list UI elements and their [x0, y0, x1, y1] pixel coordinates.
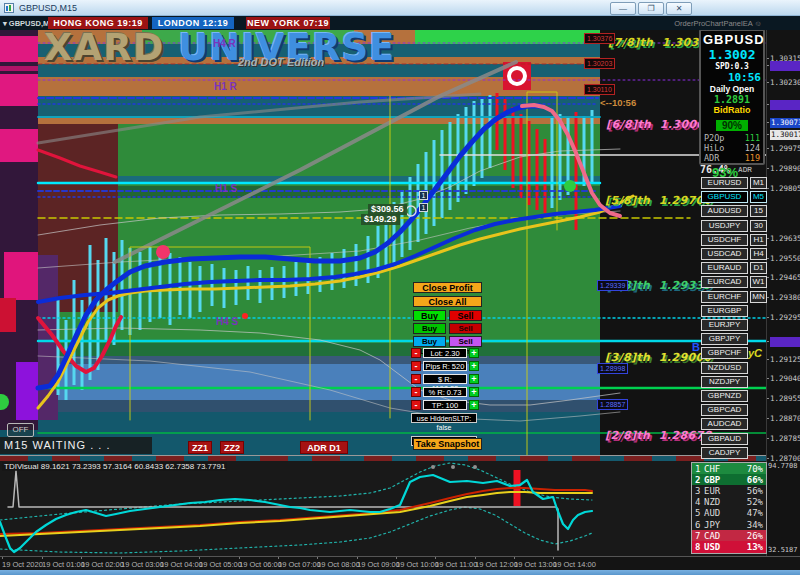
watchlist-symbol-button[interactable]: EURJPY	[701, 319, 748, 331]
watchlist-symbol-button[interactable]: AUDUSD	[701, 205, 748, 217]
price-axis-label	[770, 100, 800, 110]
strength-percent: 56%	[747, 486, 763, 496]
zz2-button[interactable]: ZZ2	[220, 441, 244, 454]
buy-stop-button[interactable]: Buy Stop	[413, 323, 446, 334]
time-axis-label: 19 Oct 07:00	[278, 560, 321, 569]
price-axis-label	[770, 61, 800, 71]
watchlist-symbol-button[interactable]: GBPAUD	[701, 433, 748, 445]
increment-button[interactable]: +	[469, 387, 479, 397]
strength-rank: 6	[695, 520, 704, 530]
adr-percent-value: 93%	[712, 165, 738, 180]
trade-toggle-button[interactable]: use HiddenSLTP: false	[411, 413, 477, 423]
info-stat-value: 111	[745, 133, 760, 143]
time-axis-label: 19 Oct 11:00	[435, 560, 477, 569]
trade-marker-badge: 1	[419, 191, 428, 200]
take-snapshot-button[interactable]: Take Snapshot	[413, 438, 482, 450]
trade-value-field[interactable]: $ R: 1198.22	[423, 374, 467, 384]
trade-value-field[interactable]: Lot: 2.30	[423, 348, 467, 358]
time-axis[interactable]: 19 Oct 202019 Oct 01:0019 Oct 02:0019 Oc…	[0, 556, 800, 570]
price-axis-label: 1.29890	[770, 164, 800, 174]
watchlist-symbol-button[interactable]: USDCAD	[701, 248, 748, 260]
price-axis-label: 1.30017	[770, 130, 800, 140]
indicator-separator[interactable]	[0, 455, 766, 461]
watchlist-timeframe-button[interactable]: H4	[750, 248, 767, 260]
info-stat-row: ADR119	[703, 153, 761, 163]
murrey-level-label: [6/8]th 1.30000	[606, 118, 713, 131]
sell-stop-button[interactable]: Sell Stop	[449, 323, 482, 334]
session-london: LONDON 12:19	[152, 17, 234, 29]
window-titlebar[interactable]: GBPUSD,M15 — ❐ ✕	[0, 0, 800, 16]
close-button[interactable]: ✕	[666, 2, 692, 15]
price-axis[interactable]: 1.303151.302301.300731.300171.299751.298…	[766, 28, 800, 556]
adr-d1-button[interactable]: ADR D1	[300, 441, 348, 454]
time-axis-label: 19 Oct 04:00	[160, 560, 203, 569]
watchlist-symbol-button[interactable]: EURAUD	[701, 262, 748, 274]
watchlist-timeframe-button[interactable]: 15	[750, 205, 767, 217]
info-stat-key: P2Op	[704, 133, 724, 143]
watchlist-symbol-button[interactable]: EURCHF	[701, 291, 748, 303]
watchlist-timeframe-button[interactable]: M5	[750, 191, 767, 203]
buy-limit-button[interactable]: Buy Limit	[413, 336, 446, 347]
info-symbol: GBPUSD	[703, 32, 761, 47]
increment-button[interactable]: +	[469, 400, 479, 410]
close-profit-button[interactable]: Close Profit	[413, 282, 482, 293]
adr-percent-sup: ADR	[738, 166, 752, 173]
price-axis-label: 1.29805	[770, 184, 800, 194]
decrement-button[interactable]: -	[411, 387, 421, 397]
watchlist-timeframe-button[interactable]: MN	[750, 291, 767, 303]
watchlist-symbol-button[interactable]: EURGBP	[701, 305, 748, 317]
decrement-button[interactable]: -	[411, 400, 421, 410]
minimize-button[interactable]: —	[610, 2, 636, 15]
watchlist-symbol-button[interactable]: USDJPY	[701, 220, 748, 232]
price-axis-label: 1.28785	[770, 434, 800, 444]
watchlist-row: EURAUD D1	[701, 262, 767, 274]
off-button[interactable]: OFF	[7, 423, 34, 437]
status-text: M15 WAITING . . .	[0, 437, 152, 454]
watchlist-symbol-button[interactable]: AUDCAD	[701, 418, 748, 430]
zz1-button[interactable]: ZZ1	[188, 441, 212, 454]
info-stat-key: ADR	[704, 153, 719, 163]
increment-button[interactable]: +	[469, 361, 479, 371]
watchlist-timeframe-button[interactable]: H1	[750, 234, 767, 246]
watchlist-symbol-button[interactable]: NZDUSD	[701, 362, 748, 374]
info-bid-price: 1.3002	[703, 47, 761, 62]
trade-value-field[interactable]: % R: 0.73	[423, 387, 467, 397]
price-axis-label: 1.29975	[770, 144, 800, 154]
watchlist-row: CADJPY	[701, 447, 767, 459]
decrement-button[interactable]: -	[411, 361, 421, 371]
ghost-text-b: B	[692, 341, 700, 353]
logo-word-xard: XARD	[44, 26, 164, 69]
sell-button[interactable]: Sell	[449, 310, 482, 321]
watchlist-timeframe-button[interactable]: 30	[750, 220, 767, 232]
maximize-button[interactable]: ❐	[638, 2, 664, 15]
watchlist-symbol-button[interactable]: GBPNZD	[701, 390, 748, 402]
watchlist-symbol-button[interactable]: GBPCHF	[701, 347, 748, 359]
watchlist-symbol-button[interactable]: USDCHF	[701, 234, 748, 246]
watchlist-timeframe-button[interactable]: D1	[750, 262, 767, 274]
increment-button[interactable]: +	[469, 374, 479, 384]
increment-button[interactable]: +	[469, 348, 479, 358]
watchlist-symbol-button[interactable]: EURCAD	[701, 276, 748, 288]
price-axis-label: 1.28955	[770, 394, 800, 404]
watchlist-symbol-button[interactable]: CADJPY	[701, 447, 748, 459]
strength-rank: 1	[695, 464, 704, 474]
watchlist-symbol-button[interactable]: NZDJPY	[701, 376, 748, 388]
watchlist-timeframe-button[interactable]: W1	[750, 276, 767, 288]
watchlist-row: NZDUSD	[701, 362, 767, 374]
close-all-button[interactable]: Close All	[413, 296, 482, 307]
watchlist-row: AUDUSD 15	[701, 205, 767, 217]
decrement-button[interactable]: -	[411, 374, 421, 384]
decrement-button[interactable]: -	[411, 348, 421, 358]
strength-currency: CHF	[704, 464, 747, 474]
watchlist-symbol-button[interactable]: GBPCAD	[701, 404, 748, 416]
buy-button[interactable]: Buy	[413, 310, 446, 321]
trade-value-field[interactable]: Pips R: 520	[423, 361, 467, 371]
watchlist-symbol-button[interactable]: GBPUSD	[701, 191, 748, 203]
watchlist-symbol-button[interactable]: GBPJPY	[701, 333, 748, 345]
logo-subtitle: 2nd DOT Edition	[238, 56, 324, 68]
ea-enabled-smiley-icon: ☺	[754, 19, 762, 28]
trade-value-field[interactable]: TP: 100	[423, 400, 467, 410]
sell-limit-button[interactable]: Sell Limit	[449, 336, 482, 347]
strength-rank: 7	[695, 531, 704, 541]
info-candle-time: 10:56	[703, 71, 761, 84]
